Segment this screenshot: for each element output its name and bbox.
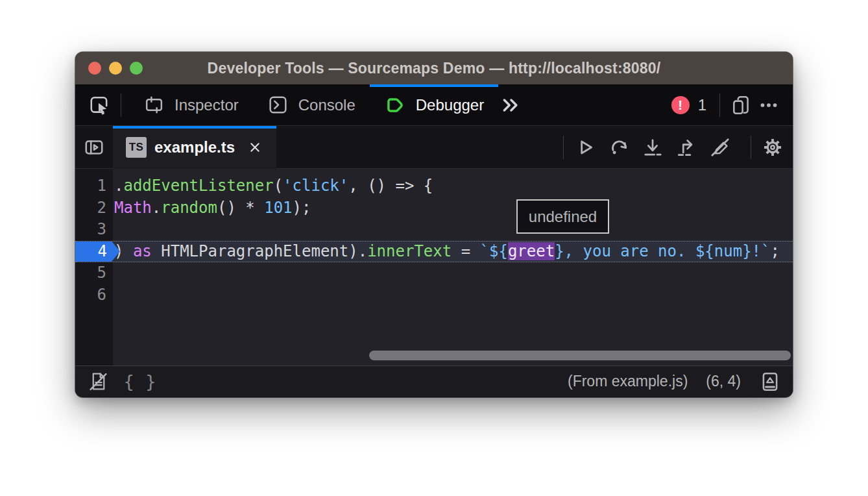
error-icon: ! bbox=[671, 96, 690, 114]
code-token: `${ bbox=[480, 242, 508, 260]
step-in-button[interactable] bbox=[639, 133, 666, 162]
active-tab-indicator bbox=[370, 84, 498, 87]
code-token: () * bbox=[217, 199, 264, 217]
source-tab-example-ts[interactable]: TS example.ts bbox=[113, 126, 276, 169]
ignore-source-icon bbox=[709, 136, 731, 158]
console-icon bbox=[267, 94, 289, 116]
code-token: 'click' bbox=[283, 177, 348, 195]
code-text bbox=[113, 219, 114, 241]
expand-panel-icon bbox=[759, 371, 781, 393]
tab-console[interactable]: Console bbox=[253, 84, 370, 126]
traffic-lights bbox=[88, 52, 143, 84]
horizontal-scrollbar[interactable] bbox=[369, 351, 791, 360]
code-editor[interactable]: 1.addEventListener('click', () => {2Math… bbox=[75, 169, 793, 366]
code-line[interactable]: 5 bbox=[75, 262, 793, 284]
source-file-slash-icon bbox=[88, 371, 109, 392]
tab-debugger[interactable]: Debugger bbox=[370, 84, 498, 126]
titlebar[interactable]: Developer Tools — Sourcemaps Demo — http… bbox=[75, 52, 793, 84]
close-window-button[interactable] bbox=[88, 62, 101, 75]
code-token: random bbox=[161, 199, 217, 217]
toolbar-separator bbox=[563, 136, 564, 159]
sources-panel-icon bbox=[83, 136, 105, 158]
code-line-paused[interactable]: 4) as HTMLParagraphElement).innerText = … bbox=[75, 241, 793, 263]
code-line[interactable]: 6 bbox=[75, 284, 793, 306]
inspector-icon bbox=[143, 94, 165, 116]
expand-panel-button[interactable] bbox=[756, 367, 784, 396]
paused-line-marker[interactable]: 4 bbox=[75, 242, 121, 262]
code-text: Math.random() * 101); bbox=[113, 197, 311, 219]
step-over-button[interactable] bbox=[605, 133, 633, 162]
step-in-icon bbox=[642, 136, 664, 158]
code-token: = bbox=[452, 242, 479, 260]
code-token: ; bbox=[771, 242, 780, 260]
tab-inspector[interactable]: Inspector bbox=[129, 84, 253, 126]
cursor-position: (6, 4) bbox=[706, 373, 741, 390]
code-token: . bbox=[152, 199, 161, 217]
code-text bbox=[113, 262, 114, 284]
sources-panel-toggle-button[interactable] bbox=[80, 133, 108, 162]
debugger-footer: { } (From example.js) (6, 4) bbox=[75, 366, 793, 397]
responsive-design-mode-button[interactable] bbox=[728, 91, 755, 119]
ignore-source-button[interactable] bbox=[706, 133, 734, 162]
toolbar-separator bbox=[719, 93, 720, 117]
resume-button[interactable] bbox=[572, 133, 599, 162]
code-text: .addEventListener('click', () => { bbox=[113, 175, 433, 197]
code-token: HTMLParagraphElement). bbox=[152, 242, 367, 260]
tab-label: Debugger bbox=[416, 96, 484, 114]
step-out-button[interactable] bbox=[673, 133, 700, 162]
line-number[interactable]: 1 bbox=[75, 175, 113, 197]
chevron-double-right-icon bbox=[501, 94, 523, 116]
tab-label: Inspector bbox=[175, 96, 239, 114]
meatball-menu-icon bbox=[758, 94, 780, 116]
devtools-menu-button[interactable] bbox=[755, 91, 782, 119]
devtools-main-toolbar: Inspector Console Debugger bbox=[75, 84, 793, 126]
toolbar-separator bbox=[751, 136, 751, 159]
active-source-tab-indicator bbox=[113, 126, 276, 129]
code-line[interactable]: 1.addEventListener('click', () => { bbox=[75, 175, 793, 197]
minimize-window-button[interactable] bbox=[109, 62, 122, 75]
code-token: 101 bbox=[264, 199, 292, 217]
error-count-badge[interactable]: ! 1 bbox=[671, 96, 706, 114]
desktop-background: Developer Tools — Sourcemaps Demo — http… bbox=[0, 0, 868, 496]
ignore-this-source-button[interactable] bbox=[84, 367, 112, 396]
code-text: ) as HTMLParagraphElement).innerText = `… bbox=[113, 242, 780, 262]
line-number[interactable]: 2 bbox=[75, 197, 113, 219]
zoom-window-button[interactable] bbox=[130, 62, 143, 75]
toolbar-separator bbox=[121, 93, 121, 117]
highlighted-token: greet bbox=[508, 242, 555, 260]
line-number[interactable]: 6 bbox=[75, 284, 113, 306]
code-token: addEventListener bbox=[123, 177, 273, 195]
resume-play-icon bbox=[574, 136, 596, 158]
debugger-settings-button[interactable] bbox=[759, 133, 786, 162]
code-line[interactable]: 2Math.random() * 101); bbox=[75, 197, 793, 219]
responsive-design-icon bbox=[730, 94, 753, 116]
line-number[interactable]: 3 bbox=[75, 219, 113, 241]
devtools-window: Developer Tools — Sourcemaps Demo — http… bbox=[75, 52, 793, 397]
more-tabs-button[interactable] bbox=[498, 91, 525, 119]
source-tab-label: example.ts bbox=[154, 138, 235, 156]
element-picker-button[interactable] bbox=[86, 91, 113, 119]
gear-icon bbox=[761, 136, 784, 159]
code-token: . bbox=[114, 177, 123, 195]
original-source-note[interactable]: (From example.js) bbox=[568, 373, 688, 390]
code-token: , () => { bbox=[348, 177, 433, 195]
window-title: Developer Tools — Sourcemaps Demo — http… bbox=[75, 60, 793, 77]
close-tab-button[interactable] bbox=[247, 139, 263, 156]
line-number[interactable]: 5 bbox=[75, 262, 113, 284]
element-picker-icon bbox=[88, 94, 110, 116]
code-token: as bbox=[133, 242, 152, 260]
typescript-file-icon: TS bbox=[126, 137, 147, 158]
code-token: ); bbox=[293, 199, 311, 217]
code-token: ( bbox=[274, 177, 283, 195]
error-count: 1 bbox=[698, 96, 706, 114]
pretty-print-button[interactable]: { } bbox=[118, 371, 164, 391]
stepping-controls bbox=[572, 133, 743, 162]
code-line[interactable]: 3 bbox=[75, 219, 793, 241]
code-lines: 1.addEventListener('click', () => {2Math… bbox=[75, 169, 793, 306]
code-text bbox=[113, 284, 114, 306]
tab-label: Console bbox=[298, 96, 356, 114]
debugger-source-toolbar: TS example.ts bbox=[75, 126, 793, 169]
variable-preview-tooltip: undefined bbox=[516, 199, 609, 234]
code-token: innerText bbox=[367, 242, 452, 260]
code-token: }, you are no. ${num}!` bbox=[555, 242, 770, 260]
